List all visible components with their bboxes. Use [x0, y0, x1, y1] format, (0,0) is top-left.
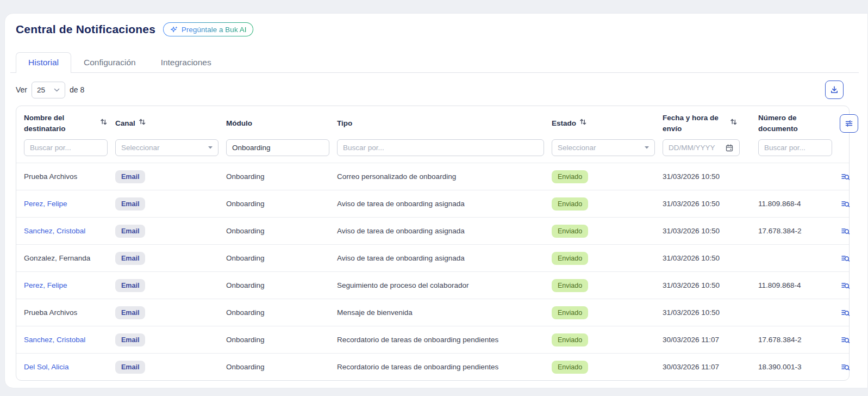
- table-row: Perez, Felipe Email Onboarding Seguimien…: [16, 271, 849, 299]
- caret-down-icon: [208, 146, 213, 149]
- documento-cell: 11.809.868-4: [758, 281, 840, 289]
- recipient-name-link[interactable]: Sanchez, Cristobal: [24, 336, 115, 344]
- tipo-cell: Recordatorio de tareas de onboarding pen…: [337, 336, 552, 344]
- estado-badge: Enviado: [552, 170, 588, 183]
- tipo-cell: Recordatorio de tareas de onboarding pen…: [337, 363, 552, 371]
- tipo-cell: Aviso de tarea de onboarding asignada: [337, 227, 552, 235]
- fecha-cell: 31/03/2026 10:50: [663, 308, 758, 317]
- page-size-value: 25: [37, 86, 45, 94]
- column-header-canal: Canal: [115, 118, 226, 129]
- canal-badge: Email: [115, 225, 145, 238]
- detail-search-icon[interactable]: [840, 334, 851, 345]
- tab-historial[interactable]: Historial: [16, 52, 71, 73]
- sort-arrows-icon[interactable]: [139, 118, 146, 129]
- column-header-nombre: Nombre del destinatario: [24, 113, 115, 134]
- modulo-cell: Onboarding: [226, 281, 337, 289]
- column-header-fecha: Fecha y hora de envío: [663, 113, 758, 134]
- column-header-estado: Estado: [552, 118, 663, 129]
- filter-nombre-input[interactable]: [24, 139, 108, 156]
- column-settings-button[interactable]: [840, 114, 858, 133]
- notifications-table: Nombre del destinatario Canal Módulo Tip…: [16, 106, 850, 381]
- detail-search-icon[interactable]: [840, 171, 851, 182]
- detail-search-icon[interactable]: [840, 280, 851, 291]
- page-size-select[interactable]: 25: [32, 82, 65, 98]
- estado-badge: Enviado: [552, 252, 588, 265]
- modulo-cell: Onboarding: [226, 200, 337, 208]
- table-row: Sanchez, Cristobal Email Onboarding Avis…: [16, 217, 849, 244]
- filter-modulo-input[interactable]: [226, 139, 329, 156]
- ask-buk-ai-label: Pregúntale a Buk AI: [182, 26, 246, 34]
- tipo-cell: Aviso de tarea de onboarding asignada: [337, 254, 552, 262]
- filter-documento-input[interactable]: [758, 139, 832, 156]
- fecha-cell: 31/03/2026 10:50: [663, 254, 758, 262]
- chevron-down-icon: [54, 88, 60, 92]
- sort-arrows-icon[interactable]: [100, 118, 108, 129]
- table-row: Prueba Archivos Email Onboarding Correo …: [16, 163, 849, 190]
- recipient-name-link[interactable]: Perez, Felipe: [24, 200, 115, 208]
- modulo-cell: Onboarding: [226, 254, 337, 262]
- canal-badge: Email: [115, 361, 145, 374]
- table-toolbar: Ver 25 de 8: [10, 81, 859, 99]
- table-row: Gonzalez, Fernanda Email Onboarding Avis…: [16, 244, 849, 271]
- detail-search-icon[interactable]: [840, 307, 851, 318]
- tab-configuracion[interactable]: Configuración: [71, 52, 148, 73]
- fecha-cell: 30/03/2026 11:07: [663, 363, 758, 371]
- canal-badge: Email: [115, 306, 145, 319]
- column-settings-icon: [844, 119, 854, 128]
- calendar-icon: [725, 144, 734, 152]
- download-button[interactable]: [825, 81, 844, 99]
- tab-integraciones[interactable]: Integraciones: [148, 52, 224, 73]
- filter-canal-select[interactable]: Seleccionar: [115, 139, 218, 156]
- documento-cell: 17.678.384-2: [758, 336, 840, 344]
- table-row: Prueba Archivos Email Onboarding Mensaje…: [16, 299, 849, 326]
- recipient-name: Prueba Archivos: [24, 308, 115, 317]
- page-size-label: Ver: [16, 85, 27, 94]
- table-row: Perez, Felipe Email Onboarding Aviso de …: [16, 190, 849, 217]
- fecha-cell: 31/03/2026 10:50: [663, 172, 758, 181]
- recipient-name: Prueba Archivos: [24, 172, 115, 181]
- documento-cell: 17.678.384-2: [758, 227, 840, 235]
- ask-buk-ai-button[interactable]: Pregúntale a Buk AI: [163, 22, 253, 36]
- fecha-cell: 31/03/2026 10:50: [663, 227, 758, 235]
- tipo-cell: Mensaje de bienvenida: [337, 308, 552, 317]
- estado-badge: Enviado: [552, 306, 588, 319]
- fecha-cell: 31/03/2026 10:50: [663, 281, 758, 289]
- detail-search-icon[interactable]: [840, 361, 851, 373]
- filter-estado-select[interactable]: Seleccionar: [552, 139, 655, 156]
- recipient-name-link[interactable]: Del Sol, Alicia: [24, 363, 115, 371]
- column-header-tipo: Tipo: [337, 118, 552, 129]
- canal-badge: Email: [115, 252, 145, 265]
- filter-fecha-date-input[interactable]: DD/MM/YYYY: [663, 139, 740, 156]
- detail-search-icon[interactable]: [840, 252, 851, 264]
- tipo-cell: Aviso de tarea de onboarding asignada: [337, 200, 552, 208]
- page-title: Central de Notificaciones: [16, 23, 155, 36]
- detail-search-icon[interactable]: [840, 198, 851, 209]
- filter-tipo-input[interactable]: [337, 139, 544, 156]
- detail-search-icon[interactable]: [840, 225, 851, 237]
- recipient-name-link[interactable]: Sanchez, Cristobal: [24, 227, 115, 235]
- recipient-name: Gonzalez, Fernanda: [24, 254, 115, 262]
- modulo-cell: Onboarding: [226, 336, 337, 344]
- download-icon: [829, 85, 839, 95]
- fecha-cell: 31/03/2026 10:50: [663, 200, 758, 208]
- canal-badge: Email: [115, 170, 145, 183]
- tipo-cell: Seguimiento de proceso del colaborador: [337, 281, 552, 289]
- estado-badge: Enviado: [552, 197, 588, 211]
- table-row: Del Sol, Alicia Email Onboarding Recorda…: [16, 353, 849, 380]
- notification-center-panel: Central de Notificaciones Pregúntale a B…: [4, 13, 868, 388]
- page-header: Central de Notificaciones Pregúntale a B…: [10, 22, 859, 36]
- sort-arrows-icon[interactable]: [730, 118, 738, 129]
- modulo-cell: Onboarding: [226, 227, 337, 235]
- recipient-name-link[interactable]: Perez, Felipe: [24, 281, 115, 289]
- canal-badge: Email: [115, 333, 145, 346]
- table-row: Sanchez, Cristobal Email Onboarding Reco…: [16, 326, 849, 353]
- estado-badge: Enviado: [552, 333, 588, 346]
- column-header-modulo: Módulo: [226, 118, 337, 129]
- estado-badge: Enviado: [552, 361, 588, 374]
- filter-row: Seleccionar Seleccionar: [24, 139, 841, 156]
- column-header-documento: Número de documento: [758, 113, 840, 134]
- estado-badge: Enviado: [552, 279, 588, 292]
- estado-badge: Enviado: [552, 225, 588, 238]
- tab-bar: Historial Configuración Integraciones: [10, 52, 859, 73]
- sort-arrows-icon[interactable]: [579, 118, 587, 129]
